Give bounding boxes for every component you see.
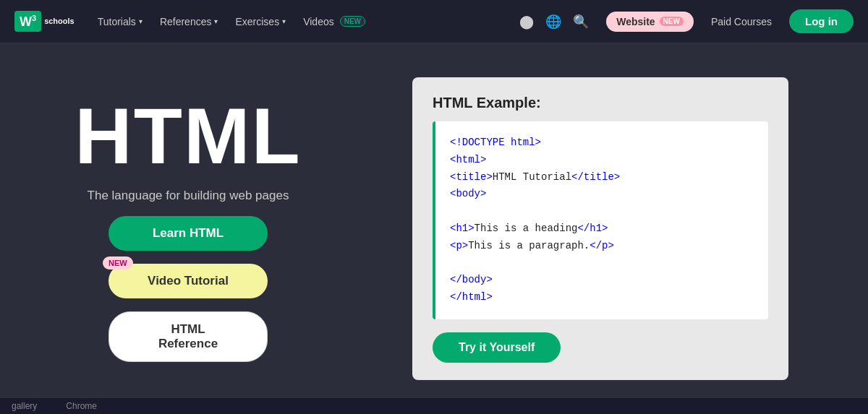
code-line: <body> [450, 186, 754, 203]
bottom-bar-gallery: gallery [12, 401, 37, 411]
try-it-yourself-button[interactable]: Try it Yourself [433, 332, 561, 363]
search-button[interactable]: 🔍 [573, 14, 589, 30]
code-line [450, 203, 754, 220]
learn-html-button[interactable]: Learn HTML [109, 216, 268, 251]
video-button-wrapper: NEW Video Tutorial [109, 264, 268, 298]
code-line: <!DOCTYPE html> [450, 134, 754, 152]
nav-references[interactable]: References ▾ [160, 16, 218, 27]
references-chevron-icon: ▾ [214, 17, 218, 25]
logo-text: schools [44, 17, 75, 26]
nav-icons: ⬤ 🌐 🔍 [519, 14, 589, 30]
videos-new-badge: NEW [340, 16, 365, 27]
html-reference-button[interactable]: HTML Reference [109, 311, 268, 362]
website-button[interactable]: Website NEW [606, 12, 694, 32]
page-title: HTML [75, 96, 301, 176]
tutorials-chevron-icon: ▾ [139, 17, 142, 25]
hero-right: HTML Example: <!DOCTYPE html> <html> <ti… [376, 77, 825, 380]
code-box: <!DOCTYPE html> <html> <title>HTML Tutor… [433, 121, 768, 319]
code-line: <p>This is a paragraph.</p> [450, 238, 754, 255]
website-new-badge: NEW [660, 17, 684, 26]
video-new-badge: NEW [103, 256, 133, 269]
bottom-bar-chrome: Chrome [66, 401, 97, 411]
code-line: </body> [450, 272, 754, 289]
hero-subtitle: The language for building web pages [88, 189, 289, 203]
exercises-chevron-icon: ▾ [282, 17, 286, 25]
paid-courses-button[interactable]: Paid Courses [711, 16, 772, 27]
hero-left: HTML The language for building web pages… [43, 96, 333, 362]
bottom-bar: gallery Chrome [0, 398, 868, 414]
code-line: <html> [450, 152, 754, 169]
code-card: HTML Example: <!DOCTYPE html> <html> <ti… [412, 77, 788, 380]
contrast-toggle-button[interactable]: ⬤ [519, 14, 534, 30]
main-content: HTML The language for building web pages… [0, 43, 868, 414]
code-line: </html> [450, 289, 754, 306]
code-line: <h1>This is a heading</h1> [450, 220, 754, 238]
code-card-title: HTML Example: [433, 95, 768, 111]
nav-exercises[interactable]: Exercises ▾ [235, 16, 286, 27]
nav-videos[interactable]: Videos NEW [303, 16, 365, 27]
logo-icon: W3 [14, 11, 41, 33]
navbar: W3 schools Tutorials ▾ References ▾ Exer… [0, 0, 868, 43]
code-line: <title>HTML Tutorial</title> [450, 169, 754, 186]
login-button[interactable]: Log in [789, 9, 854, 33]
code-line [450, 255, 754, 272]
language-button[interactable]: 🌐 [545, 14, 561, 30]
video-tutorial-button[interactable]: Video Tutorial [109, 264, 268, 298]
nav-tutorials[interactable]: Tutorials ▾ [98, 16, 142, 27]
logo[interactable]: W3 schools [14, 11, 75, 33]
